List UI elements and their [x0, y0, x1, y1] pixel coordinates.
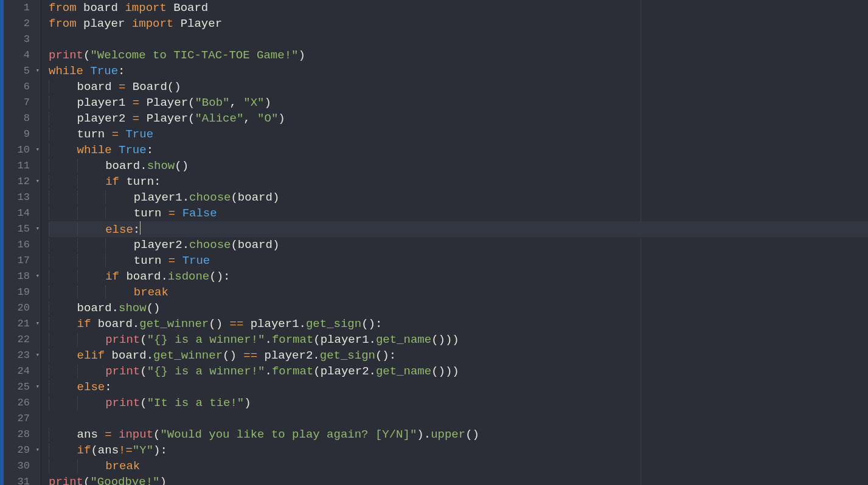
line-number[interactable]: 21▾: [4, 316, 41, 332]
code-line[interactable]: print("Welcome to TIC-TAC-TOE Game!"): [49, 47, 868, 63]
fold-chevron-icon[interactable]: ▾: [35, 352, 40, 359]
line-number[interactable]: 4: [4, 47, 41, 63]
line-number[interactable]: 20: [4, 300, 41, 316]
code-line[interactable]: else:: [49, 221, 868, 237]
code-line[interactable]: player2.choose(board): [49, 237, 868, 253]
fold-chevron-icon[interactable]: ▾: [35, 67, 40, 74]
fold-chevron-icon[interactable]: ▾: [35, 146, 40, 153]
line-number[interactable]: 14: [4, 205, 41, 221]
code-line[interactable]: if turn:: [49, 174, 868, 190]
line-number[interactable]: 22: [4, 332, 41, 348]
fold-chevron-icon[interactable]: ▾: [35, 225, 40, 232]
code-line[interactable]: board.show(): [49, 158, 868, 174]
line-number[interactable]: 7: [4, 95, 41, 111]
line-number[interactable]: 9: [4, 126, 41, 142]
fold-chevron-icon[interactable]: ▾: [35, 447, 40, 453]
code-line[interactable]: break: [49, 458, 868, 474]
code-line[interactable]: turn = True: [49, 126, 868, 142]
line-number[interactable]: 18▾: [4, 269, 41, 284]
fold-chevron-icon[interactable]: ▾: [35, 384, 40, 390]
code-line[interactable]: print("It is a tie!"): [49, 395, 868, 411]
line-number[interactable]: 3: [4, 32, 41, 47]
code-line[interactable]: elif board.get_winner() == player2.get_s…: [49, 348, 868, 363]
code-line[interactable]: print("{} is a winner!".format(player2.g…: [49, 363, 868, 379]
text-cursor: [140, 221, 141, 235]
fold-chevron-icon[interactable]: ▾: [35, 273, 40, 280]
code-line[interactable]: turn = False: [49, 205, 868, 221]
line-number[interactable]: 23▾: [4, 348, 41, 363]
line-number[interactable]: 31: [4, 474, 41, 485]
fold-chevron-icon[interactable]: ▾: [35, 178, 40, 185]
code-line[interactable]: [49, 32, 868, 47]
code-line[interactable]: board.show(): [49, 300, 868, 316]
line-number[interactable]: 10▾: [4, 142, 41, 158]
code-line[interactable]: while True:: [49, 63, 868, 79]
line-number[interactable]: 19: [4, 284, 41, 300]
fold-chevron-icon[interactable]: ▾: [35, 320, 40, 327]
code-line[interactable]: print("Goodbye!"): [49, 474, 868, 485]
code-line[interactable]: player1 = Player("Bob", "X"): [49, 95, 868, 111]
code-line[interactable]: player1.choose(board): [49, 190, 868, 205]
line-number[interactable]: 26: [4, 395, 41, 411]
code-line[interactable]: board = Board(): [49, 79, 868, 95]
line-number[interactable]: 16: [4, 237, 41, 253]
line-number[interactable]: 13: [4, 190, 41, 205]
line-number[interactable]: 15▾: [4, 221, 41, 237]
line-number[interactable]: 5▾: [4, 63, 41, 79]
line-number[interactable]: 8: [4, 111, 41, 126]
code-line[interactable]: if board.get_winner() == player1.get_sig…: [49, 316, 868, 332]
line-number[interactable]: 1: [4, 0, 41, 16]
line-number[interactable]: 17: [4, 253, 41, 269]
code-line[interactable]: ans = input("Would you like to play agai…: [49, 427, 868, 442]
line-number[interactable]: 30: [4, 458, 41, 474]
code-line[interactable]: print("{} is a winner!".format(player1.g…: [49, 332, 868, 348]
line-number[interactable]: 11: [4, 158, 41, 174]
line-number[interactable]: 12▾: [4, 174, 41, 190]
line-number[interactable]: 25▾: [4, 379, 41, 395]
code-line[interactable]: if board.isdone():: [49, 269, 868, 284]
code-line[interactable]: if(ans!="Y"):: [49, 442, 868, 458]
line-number[interactable]: 6: [4, 79, 41, 95]
line-number-gutter[interactable]: 12345▾678910▾1112▾131415▾161718▾192021▾2…: [4, 0, 41, 485]
code-line[interactable]: player2 = Player("Alice", "O"): [49, 111, 868, 126]
line-number[interactable]: 24: [4, 363, 41, 379]
code-editor[interactable]: from board import Boardfrom player impor…: [41, 0, 868, 485]
line-number[interactable]: 28: [4, 427, 41, 442]
code-line[interactable]: while True:: [49, 142, 868, 158]
line-number[interactable]: 27: [4, 411, 41, 427]
line-number[interactable]: 2: [4, 16, 41, 32]
line-number[interactable]: 29▾: [4, 442, 41, 458]
code-line[interactable]: from board import Board: [49, 0, 868, 16]
code-line[interactable]: from player import Player: [49, 16, 868, 32]
code-line[interactable]: [49, 411, 868, 427]
code-line[interactable]: else:: [49, 379, 868, 395]
code-line[interactable]: turn = True: [49, 253, 868, 269]
code-line[interactable]: break: [49, 284, 868, 300]
